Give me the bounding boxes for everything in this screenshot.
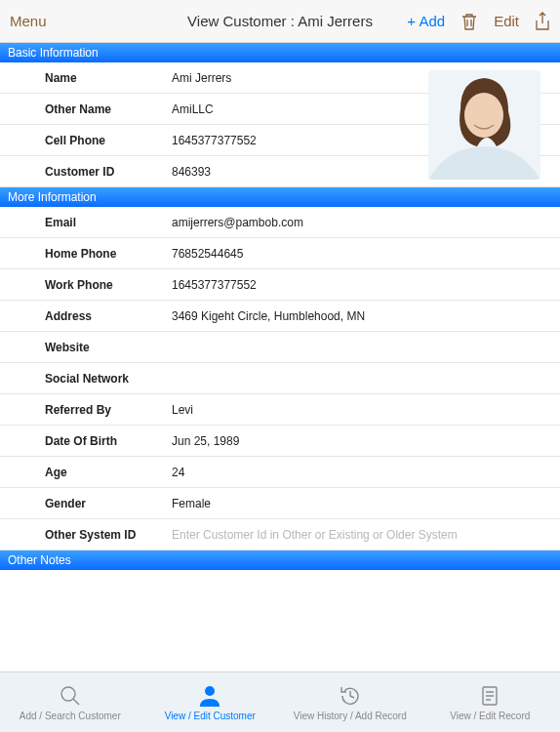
tab-label: View History / Add Record (294, 711, 407, 721)
navbar: Menu View Customer : Ami Jerrers + Add E… (0, 0, 560, 43)
search-icon (58, 683, 83, 709)
value-email: amijerrers@pambob.com (172, 216, 303, 229)
tab-view-edit-record[interactable]: View / Edit Record (420, 672, 561, 732)
label-age: Age (45, 466, 172, 479)
label-dob: Date Of Birth (45, 434, 172, 448)
value-dob: Jun 25, 1989 (172, 434, 239, 448)
label-referred: Referred By (45, 403, 172, 417)
tab-add-search-customer[interactable]: Add / Search Customer (0, 672, 140, 732)
label-website: Website (45, 341, 172, 354)
section-header-more: More Information (0, 187, 560, 207)
row-website: Website (0, 332, 560, 363)
tab-label: View / Edit Record (450, 711, 530, 721)
label-home-phone: Home Phone (45, 247, 172, 261)
row-home-phone: Home Phone 76852544645 (0, 238, 560, 269)
svg-point-2 (464, 93, 503, 138)
section-header-basic: Basic Information (0, 43, 560, 62)
add-button[interactable]: + Add (407, 13, 445, 29)
share-icon[interactable] (535, 12, 550, 31)
label-customer-id: Customer ID (45, 165, 172, 179)
row-email: Email amijerrers@pambob.com (0, 207, 560, 238)
value-age: 24 (172, 466, 184, 479)
section-notes (0, 570, 560, 681)
value-name: Ami Jerrers (172, 71, 231, 85)
label-work-phone: Work Phone (45, 278, 172, 292)
value-referred: Levi (172, 403, 193, 417)
tab-view-history[interactable]: View History / Add Record (280, 672, 420, 732)
label-cell-phone: Cell Phone (45, 134, 172, 147)
customer-avatar (428, 70, 540, 180)
value-address: 3469 Kigeht Circle, Humblehood, MN (172, 309, 365, 323)
section-more: Email amijerrers@pambob.com Home Phone 7… (0, 207, 560, 550)
tab-bar: Add / Search Customer View / Edit Custom… (0, 671, 560, 732)
row-work-phone: Work Phone 1645377377552 (0, 269, 560, 301)
value-work-phone: 1645377377552 (172, 278, 257, 292)
section-basic: Name Ami Jerrers Other Name AmiLLC Cell … (0, 62, 560, 187)
label-name: Name (45, 71, 172, 85)
svg-point-4 (205, 686, 215, 696)
trash-icon[interactable] (460, 12, 478, 31)
svg-point-3 (61, 687, 75, 701)
value-home-phone: 76852544645 (172, 247, 243, 261)
label-email: Email (45, 216, 172, 229)
value-cell-phone: 1645377377552 (172, 134, 257, 147)
history-icon (338, 683, 363, 709)
placeholder-other-system-id: Enter Customer Id in Other or Existing o… (172, 528, 458, 542)
section-header-notes: Other Notes (0, 550, 560, 570)
row-dob: Date Of Birth Jun 25, 1989 (0, 426, 560, 457)
row-other-system-id: Other System ID Enter Customer Id in Oth… (0, 519, 560, 550)
label-address: Address (45, 309, 172, 323)
row-gender: Gender Female (0, 488, 560, 519)
tab-label: Add / Search Customer (20, 711, 121, 721)
row-address: Address 3469 Kigeht Circle, Humblehood, … (0, 301, 560, 332)
menu-button[interactable]: Menu (10, 13, 47, 29)
person-icon (197, 683, 222, 709)
label-gender: Gender (45, 497, 172, 510)
tab-view-edit-customer[interactable]: View / Edit Customer (140, 672, 281, 732)
value-customer-id: 846393 (172, 165, 211, 179)
value-gender: Female (172, 497, 211, 510)
row-age: Age 24 (0, 457, 560, 488)
document-icon (477, 683, 502, 709)
value-other-name: AmiLLC (172, 102, 214, 116)
edit-button[interactable]: Edit (494, 13, 519, 29)
label-other-name: Other Name (45, 102, 172, 116)
tab-label: View / Edit Customer (165, 711, 256, 721)
label-other-system-id: Other System ID (45, 528, 172, 542)
row-referred: Referred By Levi (0, 394, 560, 426)
row-social: Social Network (0, 363, 560, 394)
label-social: Social Network (45, 372, 172, 386)
